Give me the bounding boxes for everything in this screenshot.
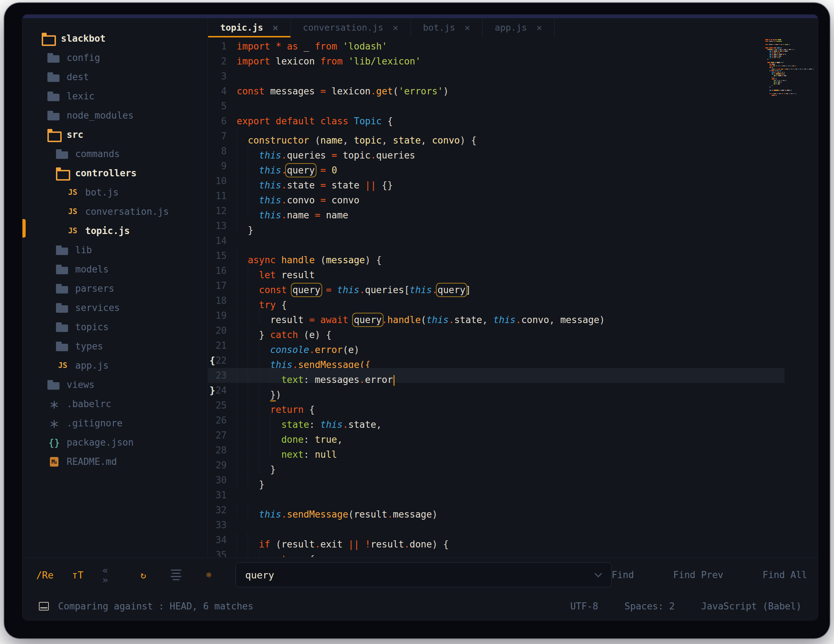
in-selection-icon[interactable]	[168, 564, 184, 586]
wrap-icon[interactable]: ↻	[135, 564, 152, 586]
find-button[interactable]: Find	[612, 570, 634, 580]
code-line-4[interactable]: 4const messages = lexicon.get('errors')	[208, 84, 784, 98]
tree-item-label: topic.js	[85, 226, 130, 236]
code-line-16[interactable]: 16let result	[208, 263, 784, 278]
tree-item-package.json[interactable]: package.json	[23, 433, 207, 452]
code-line-19[interactable]: 19result = await query.handle(this.state…	[208, 308, 784, 323]
code-line-34[interactable]: 34if (result.exit || !result.done) {	[208, 533, 784, 547]
code-line-7[interactable]: 7constructor (name, topic, state, convo)…	[208, 129, 784, 144]
minimap-token	[769, 70, 771, 71]
tree-item-types[interactable]: types	[23, 337, 207, 356]
tree-item-config[interactable]: config	[23, 48, 207, 67]
tree-item-conversation.js[interactable]: conversation.js	[23, 202, 207, 221]
tree-item-dest[interactable]: dest	[23, 67, 207, 87]
tree-item-label: lexic	[67, 91, 94, 102]
code-line-12[interactable]: 12this.name = name	[208, 203, 784, 218]
tree-item-bot.js[interactable]: bot.js	[23, 183, 207, 202]
code-line-15[interactable]: 15async handle (message) {	[208, 248, 784, 263]
minimap-token	[784, 93, 785, 94]
code-line-27[interactable]: 27done: true,	[208, 428, 784, 443]
tree-item-lexic[interactable]: lexic	[23, 87, 207, 106]
tree-item-src[interactable]: src	[23, 125, 207, 144]
code-line-32[interactable]: 32this.sendMessage(result.message)	[208, 503, 784, 518]
code-line-2[interactable]: 2import lexicon from 'lib/lexicon'	[208, 54, 784, 69]
tree-item-slackbot[interactable]: slackbot	[23, 29, 207, 48]
tree-item-app.js[interactable]: app.js	[23, 356, 207, 375]
tree-item-.gitignore[interactable]: .gitignore	[23, 413, 207, 433]
line-content: this.queries = topic.queries	[237, 144, 415, 158]
tree-item-views[interactable]: views	[23, 375, 207, 394]
code-line-22[interactable]: {22this.sendMessage({	[208, 353, 784, 368]
status-item[interactable]: UTF-8	[570, 601, 598, 612]
highlight-matches-icon[interactable]: ☼	[200, 564, 217, 586]
tree-item-controllers[interactable]: controllers	[23, 163, 207, 183]
find-prev-button[interactable]: Find Prev	[673, 570, 724, 580]
minimap-token	[784, 69, 785, 70]
tree-item-.babelrc[interactable]: .babelrc	[23, 394, 207, 413]
tree-item-services[interactable]: services	[23, 298, 207, 317]
js-icon	[65, 205, 81, 219]
find-toggles: /ReтT« »↻☼	[37, 564, 233, 586]
code-line-20[interactable]: 20} catch (e) {	[208, 323, 784, 338]
line-number: 7	[208, 129, 237, 144]
page: slackbotconfigdestlexicnode_modulessrcco…	[0, 0, 834, 644]
tree-item-models[interactable]: models	[23, 260, 207, 279]
tree-item-lib[interactable]: lib	[23, 240, 207, 260]
code-line-3[interactable]: 3	[208, 69, 784, 84]
token: *	[276, 41, 287, 52]
line-content: done: true,	[237, 428, 343, 443]
status-item[interactable]: JavaScript (Babel)	[701, 601, 802, 612]
status-item[interactable]: Spaces: 2	[624, 601, 675, 612]
code-line-14[interactable]: 14	[208, 233, 784, 248]
code-line-9[interactable]: 9this.query = 0	[208, 158, 784, 173]
tree-item-topics[interactable]: topics	[23, 317, 207, 337]
code-line-25[interactable]: 25return {	[208, 398, 784, 413]
code-line-31[interactable]: 31	[208, 487, 784, 503]
code-line-33[interactable]: 33	[208, 518, 784, 533]
code-line-26[interactable]: 26state: this.state,	[208, 413, 784, 428]
code-line-5[interactable]: 5	[208, 98, 784, 114]
tree-item-commands[interactable]: commands	[23, 144, 207, 163]
tree-item-parsers[interactable]: parsers	[23, 279, 207, 298]
code-line-1[interactable]: 1import * as _ from 'lodash'	[208, 39, 784, 54]
tree-item-node_modules[interactable]: node_modules	[23, 106, 207, 125]
code-line-35[interactable]: 35return {	[208, 547, 784, 557]
whole-word-icon: « »	[102, 565, 119, 584]
code-line-6[interactable]: 6export default class Topic {	[208, 114, 784, 129]
code-lines[interactable]: 1import * as _ from 'lodash'2import lexi…	[208, 39, 784, 557]
search-input[interactable]	[236, 562, 612, 588]
line-number: 6	[208, 114, 237, 129]
folder-icon	[55, 320, 71, 334]
token: import	[237, 41, 276, 52]
code-line-17[interactable]: 17const query = this.queries[this.query]	[208, 278, 784, 293]
minimap-token	[774, 75, 776, 76]
code-line-21[interactable]: 21console.error(e)	[208, 338, 784, 353]
code-line-29[interactable]: 29}	[208, 458, 784, 473]
code-line-8[interactable]: 8this.queries = topic.queries	[208, 144, 784, 158]
code-line-10[interactable]: 10this.state = state || {}	[208, 173, 784, 189]
code-line-24[interactable]: }24})	[208, 383, 784, 398]
panel-toggle-icon[interactable]	[39, 602, 49, 610]
line-number: 8	[208, 144, 237, 158]
code-line-30[interactable]: 30}	[208, 473, 784, 487]
case-sensitive-icon[interactable]: тT	[70, 564, 86, 586]
code-line-11[interactable]: 11this.convo = convo	[208, 189, 784, 203]
code-line-28[interactable]: 28next: null	[208, 443, 784, 458]
tree-item-README.md[interactable]: README.md	[23, 452, 207, 471]
minimap-token	[786, 80, 787, 81]
folder-icon	[55, 281, 71, 295]
minimap-token	[773, 77, 774, 78]
whole-word-icon[interactable]: « »	[102, 564, 119, 586]
regex-icon[interactable]: /Re	[37, 564, 53, 586]
tree-item-topic.js[interactable]: topic.js	[23, 221, 207, 240]
minimap[interactable]	[763, 38, 817, 98]
line-number: 12	[208, 203, 237, 218]
code-line-13[interactable]: 13}	[208, 218, 784, 233]
line-number: 30	[208, 473, 237, 487]
code-editor[interactable]: 1import * as _ from 'lodash'2import lexi…	[208, 18, 818, 557]
code-line-23[interactable]: 23text: messages.error	[208, 368, 784, 383]
minimap-token	[784, 49, 786, 50]
find-all-button[interactable]: Find All	[763, 570, 807, 580]
minimap-token	[781, 82, 782, 82]
code-line-18[interactable]: 18try {	[208, 293, 784, 308]
